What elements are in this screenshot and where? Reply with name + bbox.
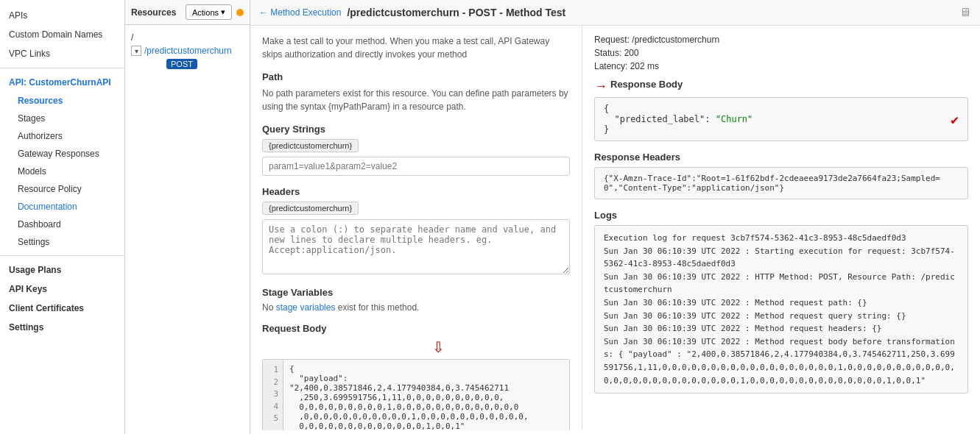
response-value: "Churn" — [716, 114, 753, 124]
collapse-toggle[interactable]: ▾ — [131, 46, 141, 56]
sidebar-divider-2 — [0, 255, 124, 256]
response-headers-title: Response Headers — [594, 152, 968, 163]
sidebar: APIs Custom Domain Names VPC Links API: … — [0, 0, 125, 434]
resources-panel-title: Resources — [131, 7, 186, 18]
sidebar-item-custom-domain-names[interactable]: Custom Domain Names — [0, 25, 124, 44]
sidebar-sub-item-gateway-responses[interactable]: Gateway Responses — [0, 145, 124, 163]
resource-predictcustomerchurn[interactable]: /predictcustomerchurn — [144, 46, 232, 56]
main-body: Make a test call to your method. When yo… — [250, 26, 980, 430]
sidebar-item-settings-bottom[interactable]: Settings — [0, 318, 124, 337]
sidebar-api-name: CustomerChurnAPI — [29, 77, 110, 88]
checkmark-icon: ✔ — [951, 112, 959, 127]
status-indicator — [236, 9, 244, 16]
main-header: ← Method Execution /predictcustomerchurn… — [250, 0, 980, 26]
response-label: "predicted_label": "Churn" — [614, 114, 752, 124]
actions-label: Actions — [192, 8, 219, 17]
resources-panel: Resources Actions ▾ / ▾ /predictcustomer… — [125, 0, 250, 434]
path-title: Path — [262, 71, 570, 82]
code-textarea[interactable]: { "payload": "2,400,0.38571846,2,4.17794… — [283, 360, 569, 430]
actions-button[interactable]: Actions ▾ — [186, 4, 232, 20]
arrow-right-icon: → — [594, 79, 607, 94]
logs-title: Logs — [594, 210, 968, 221]
query-strings-title: Query Strings — [262, 124, 570, 135]
sidebar-divider-1 — [0, 68, 124, 68]
sidebar-item-client-certificates[interactable]: Client Certificates — [0, 299, 124, 318]
headers-tag: {predictcustomerchurn} — [262, 202, 359, 215]
sidebar-sub-item-resource-policy[interactable]: Resource Policy — [0, 180, 124, 198]
sidebar-api-label: API: CustomerChurnAPI — [0, 73, 124, 92]
arrow-indicator: → Response Body — [594, 79, 968, 94]
resource-post-method[interactable]: POST — [125, 57, 250, 69]
path-no-params: No path parameters exist for this resour… — [262, 87, 570, 113]
query-strings-input[interactable] — [262, 157, 570, 176]
main-content: ← Method Execution /predictcustomerchurn… — [250, 0, 980, 434]
stage-vars-text: No stage variables exist for this method… — [262, 302, 570, 313]
line-number-3: 3 — [267, 388, 278, 401]
request-body-title: Request Body — [262, 323, 570, 334]
path-section: Path No path parameters exist for this r… — [262, 71, 570, 113]
query-strings-section: Query Strings {predictcustomerchurn} — [262, 124, 570, 176]
status-info-row: Status: 200 — [594, 48, 968, 58]
sidebar-sub-item-documentation[interactable]: Documentation — [0, 198, 124, 216]
request-info-row: Request: /predictcustomerchurn — [594, 35, 968, 45]
line-numbers: 1 2 3 4 5 — [263, 360, 283, 430]
stage-variables-title: Stage Variables — [262, 287, 570, 298]
screen-icon: 🖥 — [959, 6, 971, 19]
sidebar-sub-item-stages[interactable]: Stages — [0, 110, 124, 127]
logs-box: Execution log for request 3cb7f574-5362-… — [594, 225, 968, 394]
sidebar-item-vpc-links[interactable]: VPC Links — [0, 44, 124, 63]
line-number-4: 4 — [267, 401, 278, 413]
resource-predictcustomerchurn-row: ▾ /predictcustomerchurn — [125, 46, 250, 56]
line-number-2: 2 — [267, 377, 278, 389]
resource-tree: / ▾ /predictcustomerchurn POST — [125, 25, 250, 74]
request-body-section: Request Body ⇩ 1 2 3 4 5 { "payload": "2… — [262, 323, 570, 430]
sidebar-sub-item-settings[interactable]: Settings — [0, 233, 124, 251]
latency-info-row: Latency: 202 ms — [594, 61, 968, 71]
download-arrow-icon: ⇩ — [306, 338, 570, 356]
sidebar-sub-item-models[interactable]: Models — [0, 163, 124, 180]
actions-chevron-icon: ▾ — [221, 7, 225, 17]
sidebar-item-usage-plans[interactable]: Usage Plans — [0, 260, 124, 280]
description-text: Make a test call to your method. When yo… — [262, 35, 570, 61]
main-title: /predictcustomerchurn - POST - Method Te… — [347, 7, 565, 18]
right-panel: Request: /predictcustomerchurn Status: 2… — [582, 26, 980, 430]
response-headers-box: {"X-Amzn-Trace-Id":"Root=1-61f62bdf-2cde… — [594, 167, 968, 199]
code-editor-inner: 1 2 3 4 5 { "payload": "2,400,0.38571846… — [263, 360, 569, 430]
headers-title: Headers — [262, 186, 570, 197]
resource-root[interactable]: / — [125, 29, 250, 46]
response-body-box: { "predicted_label": "Churn" } ✔ — [594, 97, 968, 141]
resources-header: Resources Actions ▾ — [125, 0, 250, 25]
stage-variables-section: Stage Variables No stage variables exist… — [262, 287, 570, 313]
sidebar-sub-item-authorizers[interactable]: Authorizers — [0, 127, 124, 145]
post-method-badge[interactable]: POST — [166, 59, 197, 69]
sidebar-api-prefix: API: — [9, 77, 27, 88]
query-strings-tag: {predictcustomerchurn} — [262, 139, 359, 152]
line-number-5: 5 — [267, 413, 278, 425]
headers-section: Headers {predictcustomerchurn} — [262, 186, 570, 277]
code-editor: 1 2 3 4 5 { "payload": "2,400,0.38571846… — [262, 359, 570, 430]
sidebar-item-api-keys[interactable]: API Keys — [0, 280, 124, 299]
line-number-1: 1 — [267, 364, 278, 377]
left-panel: Make a test call to your method. When yo… — [250, 26, 582, 430]
headers-textarea[interactable] — [262, 219, 570, 274]
sidebar-sub-item-resources[interactable]: Resources — [0, 92, 124, 110]
back-link[interactable]: ← Method Execution — [259, 7, 341, 18]
stage-variables-link[interactable]: stage variables — [276, 302, 336, 313]
sidebar-sub-item-dashboard[interactable]: Dashboard — [0, 216, 124, 233]
response-body-title: Response Body — [610, 79, 683, 90]
sidebar-item-apis[interactable]: APIs — [0, 6, 124, 25]
response-body-content: { "predicted_label": "Churn" } — [604, 104, 959, 135]
